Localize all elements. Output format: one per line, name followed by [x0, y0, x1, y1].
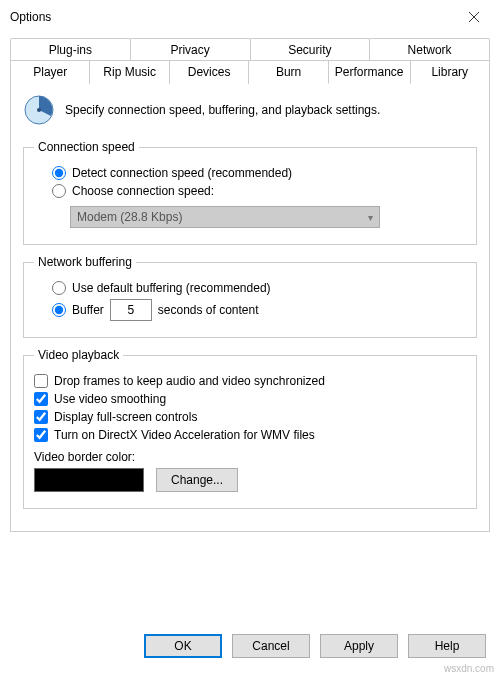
label-video-smoothing: Use video smoothing	[54, 392, 166, 406]
label-drop-frames: Drop frames to keep audio and video sync…	[54, 374, 325, 388]
intro-text: Specify connection speed, buffering, and…	[65, 103, 380, 117]
watermark: wsxdn.com	[444, 663, 494, 674]
tab-performance[interactable]: Performance	[328, 60, 411, 84]
group-video-playback: Video playback Drop frames to keep audio…	[23, 348, 477, 509]
tab-row-2: Player Rip Music Devices Burn Performanc…	[10, 60, 490, 84]
legend-connection: Connection speed	[34, 140, 139, 154]
label-directx: Turn on DirectX Video Acceleration for W…	[54, 428, 315, 442]
tab-player[interactable]: Player	[10, 60, 90, 84]
radio-buffer[interactable]	[52, 303, 66, 317]
radio-choose-speed[interactable]	[52, 184, 66, 198]
performance-icon	[23, 94, 55, 126]
tab-burn[interactable]: Burn	[248, 60, 328, 84]
legend-buffering: Network buffering	[34, 255, 136, 269]
help-button[interactable]: Help	[408, 634, 486, 658]
label-detect-speed: Detect connection speed (recommended)	[72, 166, 292, 180]
apply-button[interactable]: Apply	[320, 634, 398, 658]
input-buffer-seconds[interactable]	[110, 299, 152, 321]
radio-default-buffering[interactable]	[52, 281, 66, 295]
ok-button[interactable]: OK	[144, 634, 222, 658]
select-connection-value: Modem (28.8 Kbps)	[77, 210, 182, 224]
window-title: Options	[10, 10, 51, 24]
dialog-button-row: OK Cancel Apply Help	[144, 634, 486, 658]
close-button[interactable]	[458, 5, 490, 29]
group-connection-speed: Connection speed Detect connection speed…	[23, 140, 477, 245]
close-icon	[468, 11, 480, 23]
checkbox-drop-frames[interactable]	[34, 374, 48, 388]
cancel-button[interactable]: Cancel	[232, 634, 310, 658]
checkbox-video-smoothing[interactable]	[34, 392, 48, 406]
tab-network[interactable]: Network	[369, 38, 490, 61]
intro-row: Specify connection speed, buffering, and…	[23, 94, 477, 126]
tab-devices[interactable]: Devices	[169, 60, 249, 84]
chevron-down-icon: ▾	[368, 212, 373, 223]
svg-point-1	[37, 108, 41, 112]
label-default-buffering: Use default buffering (recommended)	[72, 281, 271, 295]
tab-control: Plug-ins Privacy Security Network Player…	[10, 38, 490, 532]
legend-video: Video playback	[34, 348, 123, 362]
tab-row-1: Plug-ins Privacy Security Network	[10, 38, 490, 61]
tab-plugins[interactable]: Plug-ins	[10, 38, 131, 61]
tab-library[interactable]: Library	[410, 60, 490, 84]
label-border-color: Video border color:	[34, 450, 135, 464]
select-connection-speed[interactable]: Modem (28.8 Kbps) ▾	[70, 206, 380, 228]
radio-detect-speed[interactable]	[52, 166, 66, 180]
video-border-color-swatch	[34, 468, 144, 492]
tab-rip-music[interactable]: Rip Music	[89, 60, 169, 84]
tab-security[interactable]: Security	[250, 38, 371, 61]
label-buffer-suffix: seconds of content	[158, 303, 259, 317]
title-bar: Options	[0, 0, 500, 32]
tab-privacy[interactable]: Privacy	[130, 38, 251, 61]
checkbox-directx[interactable]	[34, 428, 48, 442]
label-buffer: Buffer	[72, 303, 104, 317]
label-choose-speed: Choose connection speed:	[72, 184, 214, 198]
tab-panel: Specify connection speed, buffering, and…	[10, 83, 490, 532]
group-network-buffering: Network buffering Use default buffering …	[23, 255, 477, 338]
change-color-button[interactable]: Change...	[156, 468, 238, 492]
label-fullscreen-controls: Display full-screen controls	[54, 410, 197, 424]
checkbox-fullscreen-controls[interactable]	[34, 410, 48, 424]
